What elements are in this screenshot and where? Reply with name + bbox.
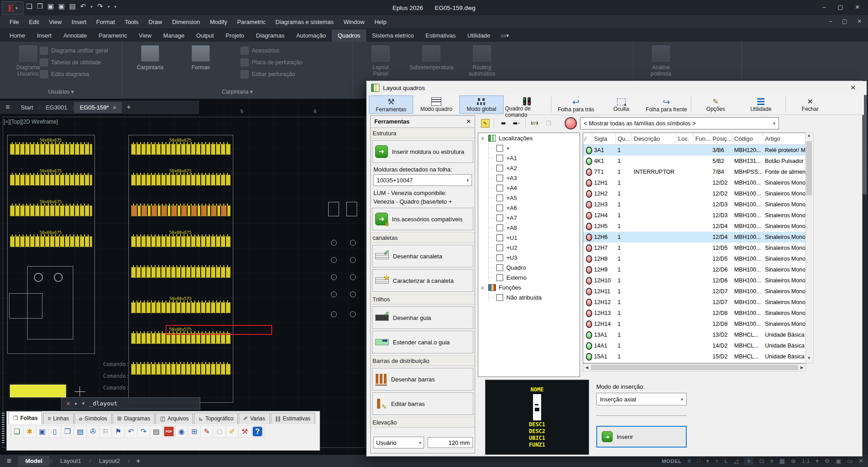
layout-tab-layout1[interactable]: Layout1 — [53, 456, 88, 466]
scrollbar-thumb[interactable] — [806, 141, 812, 195]
brush-icon[interactable]: ✐ — [226, 426, 238, 437]
ribbon-tab-output[interactable]: Output — [190, 29, 220, 42]
ribbon-tab-automação[interactable]: Automação — [290, 29, 332, 42]
clip-icon[interactable]: ✇ — [87, 426, 99, 437]
column-header-artigo[interactable]: Artigo — [763, 133, 806, 144]
clean-screen-icon[interactable]: ✕ — [859, 457, 863, 464]
selectioncycling-icon[interactable]: ⊕ — [791, 457, 796, 464]
table-row[interactable]: 12H7112/D5MBH100...Sinaleiros Monobl — [583, 243, 806, 253]
ribbon-tab-manage[interactable]: Manage — [157, 29, 190, 42]
command-tools-icon[interactable]: ▸ — [75, 400, 78, 406]
open-icon[interactable]: ❒ — [37, 2, 42, 10]
tree-item-u1[interactable]: +U1 — [478, 233, 580, 243]
dock-tab-folhas[interactable]: ❐Folhas — [9, 411, 42, 424]
minimize-icon[interactable]: – — [823, 4, 826, 10]
ribbon-item-placa-de-perfuração[interactable]: Placa de perfuração — [241, 57, 302, 68]
ribbon-tab-home[interactable]: Home — [4, 29, 31, 42]
status-model-label[interactable]: MODEL — [662, 458, 682, 464]
table-row[interactable]: 12H9112/D6MBH100...Sinaleiros Monobl — [583, 264, 806, 275]
column-header-loc[interactable]: Loc. — [676, 133, 693, 144]
scroll-right-icon[interactable]: ▶ — [798, 365, 806, 370]
undo-icon[interactable]: ↶ — [80, 2, 86, 10]
sheet-icon[interactable]: ▯ — [49, 426, 61, 437]
grid-icon[interactable]: # — [688, 457, 691, 464]
draw-bars-button[interactable]: Desenhar barras — [372, 368, 473, 391]
palette-close-icon[interactable]: ✕ — [466, 118, 471, 125]
ribbon-tab-estimativas[interactable]: Estimativas — [420, 29, 461, 42]
ribbon-tab-annotate[interactable]: Annotate — [57, 29, 93, 42]
menu-diagramas-e-sistemas[interactable]: Diagramas e sistemas — [270, 17, 339, 27]
table-row[interactable]: 13A1113/D2MBHCL...Unidade Básica W — [583, 329, 806, 340]
dock-tab-diagramas[interactable]: ⊞Diagramas — [113, 413, 155, 424]
panel-grip[interactable] — [2, 413, 5, 444]
scroll-down-icon[interactable]: ▼ — [806, 356, 812, 363]
table-row[interactable]: 12H5112/D4MBH100...Sinaleiros Monobl — [583, 221, 806, 232]
ribbon-bigbutton-carpintaria[interactable]: Carpintaria — [126, 44, 175, 71]
undo-icon[interactable]: ↶ — [125, 426, 137, 437]
restore-icon[interactable]: ▢ — [838, 4, 843, 10]
elevation-value-field[interactable]: 120 mm — [428, 437, 473, 448]
tree-item-a1[interactable]: +A1 — [478, 153, 580, 163]
column-header-fun[interactable]: Fun... — [693, 133, 711, 144]
menu-dimension[interactable]: Dimension — [167, 17, 205, 27]
table-row[interactable]: 12H10112/D6MBH100...Sinaleiros Monobl — [583, 275, 806, 286]
new-tab-icon[interactable]: + — [122, 103, 135, 111]
pdf-icon[interactable]: PDF — [164, 427, 174, 436]
chevron-expanded-icon[interactable]: ∨ — [481, 136, 486, 141]
ribbon-item-editar-perfuração[interactable]: Editar perfuração — [241, 69, 295, 80]
table-row[interactable]: 12H4112/D3MBH100...Sinaleiros Monobl — [583, 210, 806, 221]
table-row[interactable]: 12H11112/D7MBH100...Sinaleiros Monobl — [583, 286, 806, 297]
tree-item-a4[interactable]: +A4 — [478, 183, 580, 193]
flag-icon[interactable]: ⚐ — [100, 426, 111, 437]
ribbon-bigbutton-routing[interactable]: Routingautomático — [458, 44, 506, 77]
column-header-posi[interactable]: Posiç... — [711, 133, 732, 144]
layout-tab-model[interactable]: Model — [18, 456, 50, 466]
ribbon-tab-sistema-eletrico[interactable]: Sistema eletrico — [366, 29, 420, 42]
family-filter-combobox[interactable]: < Mostrar todas as famílias dos símbolos… — [580, 117, 779, 129]
command-recent-icon[interactable]: ▾ — [82, 400, 85, 406]
table-row[interactable]: 4K115/B2MBH131...Botão Pulsador Tr — [583, 156, 806, 167]
preview-icon[interactable]: ◉ — [176, 426, 187, 437]
toolbar-ferramentas[interactable]: ⚒Ferramentas — [369, 95, 413, 114]
dock-tab-linhas[interactable]: ≡Linhas — [43, 413, 73, 424]
new-from-template-icon[interactable]: ✱ — [24, 426, 35, 437]
menu-draw[interactable]: Draw — [143, 17, 167, 27]
tree-item-u3[interactable]: +U3 — [478, 253, 580, 262]
checkbox-unchecked[interactable] — [496, 274, 503, 281]
hamburger-icon[interactable]: ≡ — [0, 457, 18, 466]
book-icon[interactable]: ▤ — [75, 426, 86, 437]
snap-grid-icon[interactable]: ∷ — [697, 457, 700, 464]
ribbon-panel-caption[interactable]: Usuários ▾ — [0, 89, 122, 95]
ribbon-tab-quadros[interactable]: Quadros — [332, 29, 366, 42]
scroll-up-icon[interactable]: ▲ — [806, 133, 812, 140]
file-tab-eg3001[interactable]: EG3001 — [40, 102, 73, 113]
dock-tab-varias[interactable]: ✐Varias — [239, 413, 269, 424]
ribbon-item-acessórios[interactable]: Acessórios — [241, 45, 279, 56]
ribbon-tab-view[interactable]: View — [133, 29, 157, 42]
ortho-icon[interactable]: L — [724, 457, 727, 464]
close-tab-icon[interactable]: ✕ — [113, 105, 117, 110]
elevation-mode-combobox[interactable]: Usuário▾ — [373, 437, 424, 448]
tools-icon[interactable]: ⚒ — [239, 426, 250, 437]
ribbon-bigbutton-análise[interactable]: Análisepotência — [637, 44, 685, 77]
table-row[interactable]: 7T11INTERRUPTOR7/B4MBHPSS...Fonte de ali… — [583, 167, 806, 177]
save-icon[interactable]: ▣ — [47, 2, 54, 10]
tree-item-quadro[interactable]: Quadro — [478, 262, 580, 272]
new-layout-icon[interactable]: + — [131, 457, 146, 465]
ribbon-tab-utilidade[interactable]: Utilidade — [462, 29, 496, 42]
print-icon[interactable]: ▤ — [151, 426, 162, 437]
tiles-icon[interactable]: ⊞ — [189, 426, 200, 437]
scrollbar-thumb[interactable] — [591, 365, 798, 370]
tree-item-a2[interactable]: +A2 — [478, 163, 580, 173]
help-icon[interactable]: ? — [253, 427, 262, 436]
ribbon-overflow-icon[interactable]: ▭▾ — [496, 29, 514, 42]
checkbox-unchecked[interactable] — [496, 205, 503, 211]
file-tab-start[interactable]: Start — [15, 102, 38, 113]
checkbox-unchecked[interactable] — [496, 175, 503, 181]
snap-caret-icon[interactable]: ▾ — [706, 457, 709, 464]
checkbox-unchecked[interactable] — [496, 195, 503, 201]
inserir-button[interactable]: ➜ Inserir — [596, 426, 687, 448]
dialog-title-bar[interactable]: Layout quadros — [367, 81, 867, 95]
toolbar-opções[interactable]: ✎Opções — [693, 95, 738, 114]
new-file-icon[interactable]: ❏ — [26, 2, 32, 10]
